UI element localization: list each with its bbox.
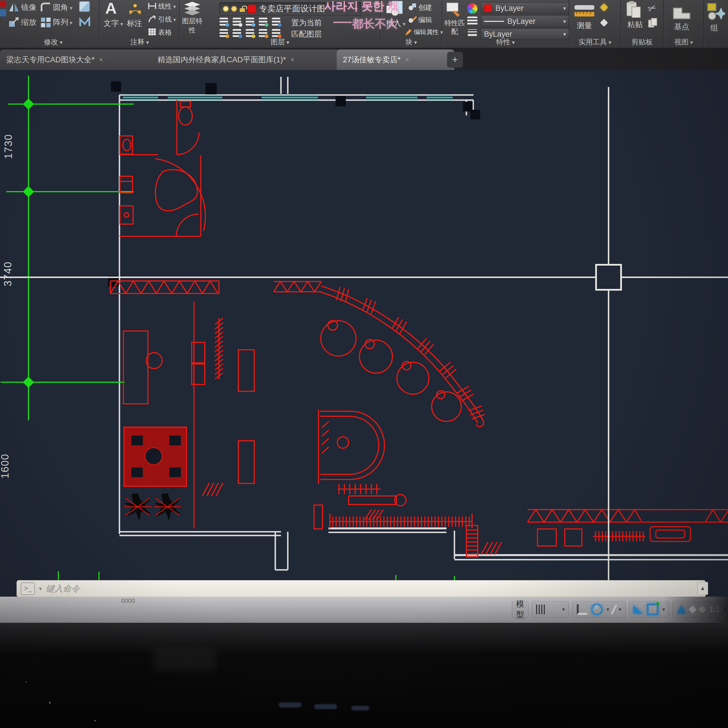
copy-icon[interactable]: [648, 18, 658, 28]
panel-label-modify[interactable]: 修改: [8, 37, 99, 47]
match-properties-button[interactable]: 特性匹配: [444, 19, 465, 36]
layer-freeze-icon[interactable]: [246, 18, 254, 26]
layer-properties-icon: [183, 1, 201, 16]
panel-clipboard: 粘贴 ✂ 剪贴板: [621, 0, 664, 48]
linetype-sample: [484, 21, 504, 22]
layer-color-swatch[interactable]: [248, 5, 256, 13]
paste-button[interactable]: 粘贴: [627, 19, 643, 29]
layer-walk-icon[interactable]: [272, 18, 280, 26]
drawing-canvas[interactable]: [0, 70, 728, 596]
point-style-icon[interactable]: [600, 19, 608, 27]
layer-on-all-icon[interactable]: [232, 29, 241, 37]
panel-label-clipboard[interactable]: 剪贴板: [621, 37, 663, 47]
coordinate-readout: 0000: [121, 597, 135, 604]
panel-label-layers[interactable]: 图层: [180, 37, 380, 47]
box-icon[interactable]: [79, 1, 90, 12]
layer-unlock-icon[interactable]: [240, 8, 245, 12]
command-history-arrow-icon[interactable]: ▾: [39, 585, 42, 592]
carpet-and-plants: [124, 427, 187, 520]
panel-label-view[interactable]: 视图: [664, 37, 704, 47]
text-button[interactable]: 文字: [104, 18, 123, 28]
ortho-icon[interactable]: [577, 604, 587, 615]
linetype-dropdown[interactable]: ByLayer ▾: [481, 15, 569, 27]
group-button[interactable]: 组: [710, 23, 718, 33]
window-hatch-cyan: [123, 96, 453, 99]
color-wheel-icon: [467, 3, 477, 14]
model-label: 模型: [516, 599, 524, 620]
edit-attributes-button[interactable]: 编辑属性: [414, 28, 443, 37]
color-dropdown[interactable]: ByLayer ▾: [481, 2, 569, 14]
tab-drawing-3-active[interactable]: 27汤佳敏专卖店* ×: [337, 49, 454, 70]
create-block-icon: [408, 2, 417, 11]
leader-icon: [148, 15, 156, 23]
layer-unlock-all-icon[interactable]: [259, 29, 267, 37]
panel-label-block[interactable]: 块: [381, 37, 442, 47]
drawing-tab-bar: 梁志天专用CAD图块大全* × 精选国内外经典家具CAD平面图库(1)* × 2…: [0, 48, 728, 70]
base-point-button[interactable]: 基点: [674, 21, 689, 32]
object-snap-icon[interactable]: [647, 604, 658, 615]
linetype-value: ByLayer: [507, 17, 535, 26]
tab-drawing-2[interactable]: 精选国内外经典家具CAD平面图库(1)* ×: [151, 49, 346, 70]
group-icon: [707, 2, 725, 21]
edit-block-button[interactable]: 编辑: [418, 15, 432, 24]
cut-scissors-icon[interactable]: ✂: [646, 1, 658, 15]
lineweight-icon: [467, 28, 477, 38]
osnap-tracking-icon[interactable]: [633, 605, 643, 614]
linear-button[interactable]: 线性: [158, 2, 176, 11]
mirror-button[interactable]: 镜像: [21, 2, 37, 12]
overlay-subtitle-dash: [333, 21, 352, 23]
snap-grid-group[interactable]: ▾: [532, 601, 569, 618]
set-current-button[interactable]: 置为当前: [291, 18, 322, 28]
floorplan-drawing: [0, 70, 728, 596]
grid-display-icon[interactable]: [549, 604, 558, 614]
tab-title: 27汤佳敏专卖店*: [343, 55, 401, 65]
measure-button[interactable]: 测量: [577, 20, 592, 31]
layer-off-icon[interactable]: [220, 29, 228, 37]
tab-close-icon[interactable]: ×: [405, 56, 409, 64]
snap-mode-icon[interactable]: [536, 604, 545, 614]
command-line[interactable]: >_ ▾ 键入命令: [17, 580, 706, 597]
snap-point-icon[interactable]: [600, 3, 608, 11]
scale-button[interactable]: 缩放: [21, 17, 37, 27]
dust-speck: [26, 681, 27, 682]
panel-label-utilities[interactable]: 实用工具: [569, 37, 621, 47]
layer-thaw-sun-icon[interactable]: [231, 6, 237, 12]
table-icon: [148, 28, 156, 36]
fillet-button[interactable]: 圆角: [53, 2, 72, 12]
leader-button[interactable]: 引线: [158, 15, 176, 24]
command-input[interactable]: 键入命令: [46, 583, 80, 595]
model-button[interactable]: 模型: [512, 601, 528, 618]
layer-lock-icon[interactable]: [259, 18, 267, 26]
panel-properties: 特性匹配 ByLayer ▾ ByLayer ▾ ByLayer ▾ 特性: [442, 0, 569, 48]
scrollbar-arrow[interactable]: ▲: [697, 582, 708, 595]
polar-tracking-icon[interactable]: [591, 604, 603, 615]
polyline-edit-icon: [79, 17, 90, 27]
panel-utilities: 测量 实用工具: [569, 0, 621, 48]
layer-properties-button[interactable]: 图层特性: [181, 17, 203, 35]
isoplane-icon[interactable]: [611, 604, 617, 615]
mirror-icon: [9, 2, 19, 12]
isoplane-dropdown-arrow[interactable]: ▾: [619, 606, 621, 613]
snap-dropdown-arrow[interactable]: ▾: [562, 606, 565, 613]
polar-dropdown-arrow[interactable]: ▾: [607, 606, 609, 613]
panel-label-properties[interactable]: 特性: [442, 37, 569, 47]
layer-thaw-all-icon[interactable]: [246, 29, 254, 37]
create-block-button[interactable]: 创建: [418, 3, 432, 12]
tab-close-icon[interactable]: ×: [291, 56, 295, 64]
tab-title: 梁志天专用CAD图块大全*: [6, 55, 95, 65]
array-button[interactable]: 阵列: [53, 17, 72, 27]
dimension-button[interactable]: 标注: [127, 18, 142, 28]
layer-isolate-icon[interactable]: [220, 18, 228, 26]
selection-grips[interactable]: [108, 81, 480, 287]
panel-label-annotate[interactable]: 注释: [100, 37, 179, 47]
tab-drawing-1[interactable]: 梁志天专用CAD图块大全* ×: [0, 49, 161, 70]
tab-close-icon[interactable]: ×: [99, 56, 103, 64]
new-drawing-tab-button[interactable]: +: [447, 52, 463, 68]
layer-unisolate-icon[interactable]: [232, 18, 241, 26]
layer-match-icon[interactable]: [272, 29, 280, 37]
photographed-monitor: 镜像 圆角 缩放 阵列 修改 A 文字 标注 线性 引线 表格 注释: [0, 0, 728, 728]
plant-symbol: [154, 493, 181, 520]
table-button[interactable]: 表格: [158, 28, 172, 37]
ortho-polar-group[interactable]: ▾ ▾: [572, 601, 626, 618]
layer-on-bulb-icon[interactable]: [223, 6, 228, 11]
